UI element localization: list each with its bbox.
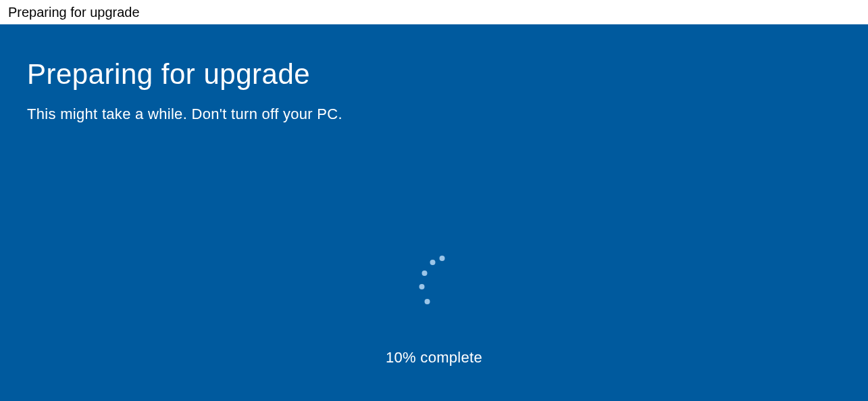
window-title: Preparing for upgrade: [8, 5, 140, 20]
spinner-dot: [419, 284, 424, 289]
window-title-bar: Preparing for upgrade: [0, 0, 868, 24]
spinner-dot: [439, 256, 444, 261]
spinner-dot: [422, 270, 427, 276]
upgrade-panel: Preparing for upgrade This might take a …: [0, 24, 868, 401]
loading-spinner-icon: [413, 254, 454, 308]
progress-text: 10% complete: [386, 349, 482, 367]
progress-area: 10% complete: [386, 254, 482, 367]
upgrade-heading: Preparing for upgrade: [27, 58, 841, 91]
upgrade-subtitle: This might take a while. Don't turn off …: [27, 105, 841, 123]
spinner-dot: [430, 260, 435, 265]
spinner-dot: [424, 299, 430, 304]
